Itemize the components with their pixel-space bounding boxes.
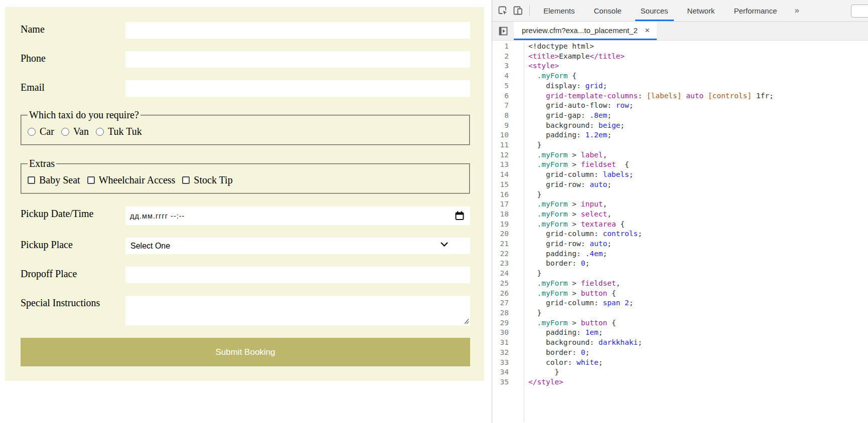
more-tabs-button[interactable]: » [795,6,799,16]
checkbox-option-wheelchair-access[interactable]: Wheelchair Access [87,174,176,186]
checkbox-icon[interactable] [28,176,35,184]
line-number[interactable]: 19 [492,220,509,230]
taxi-options-row: CarVanTuk Tuk [28,126,463,137]
inspect-element-button[interactable] [495,3,510,18]
special-instructions-textarea[interactable] [125,296,470,325]
radio-option-van[interactable]: Van [61,126,89,137]
rendered-page: Name Phone Email Which taxi do you requi… [0,0,492,423]
line-number[interactable]: 24 [492,269,509,279]
code-line: padding: 1.2em; [528,130,774,140]
line-number[interactable]: 32 [492,348,509,358]
radio-option-tuk-tuk[interactable]: Tuk Tuk [96,126,142,137]
code-editor[interactable]: 1234567891011121314151617181920212223242… [492,41,868,422]
line-number[interactable]: 9 [492,121,509,131]
devtools-tab-console[interactable]: Console [585,0,631,21]
line-number[interactable]: 2 [492,52,509,62]
radio-option-label: Van [73,126,89,137]
line-number[interactable]: 30 [492,328,509,338]
email-input[interactable] [125,80,470,97]
line-number[interactable]: 26 [492,289,509,299]
pickup-datetime-label: Pickup Date/Time [21,206,125,225]
show-navigator-button[interactable] [492,22,514,40]
close-tab-icon[interactable]: × [645,26,650,35]
submit-booking-button[interactable]: Submit Booking [21,338,470,366]
radio-icon[interactable] [61,128,69,136]
line-number[interactable]: 25 [492,279,509,289]
line-number[interactable]: 18 [492,209,509,220]
code-line: padding: 1em; [528,328,774,338]
line-number[interactable]: 6 [492,91,509,101]
name-input[interactable] [125,22,470,39]
calendar-icon[interactable] [455,211,464,221]
code-line: padding: .4em; [528,249,774,259]
line-number[interactable]: 33 [492,358,509,368]
line-number[interactable]: 31 [492,338,509,348]
code-line: border: 0; [528,348,774,358]
code-lines: <!doctype html><title>Example</title><st… [524,42,774,422]
line-number[interactable]: 13 [492,160,509,170]
line-number-gutter: 1234567891011121314151617181920212223242… [492,42,524,422]
line-number[interactable]: 14 [492,170,509,180]
pickup-place-select[interactable]: Select One [125,238,470,254]
code-line: display: grid; [528,81,774,91]
line-number[interactable]: 17 [492,199,509,209]
code-line: .myForm > fieldset { [528,160,774,170]
resize-handle-icon[interactable] [463,318,469,324]
pickup-place-selected-value: Select One [130,242,170,251]
line-number[interactable]: 21 [492,239,509,249]
code-line: grid-column: labels; [528,170,774,180]
code-line: .myForm { [528,71,774,81]
line-number[interactable]: 10 [492,130,509,140]
radio-icon[interactable] [28,128,36,136]
checkbox-option-baby-seat[interactable]: Baby Seat [28,174,80,186]
line-number[interactable]: 15 [492,180,509,190]
line-number[interactable]: 1 [492,42,509,52]
code-line: grid-row: auto; [528,239,774,249]
file-tab-title: preview.cfm?exa...to_placement_2 [522,26,638,35]
code-line: background: beige; [528,121,774,131]
code-line: } [528,140,774,150]
code-line: .myForm > button { [528,318,774,328]
devtools-tab-network[interactable]: Network [678,0,725,21]
line-number[interactable]: 5 [492,81,509,91]
radio-option-car[interactable]: Car [28,126,54,137]
line-number[interactable]: 3 [492,61,509,71]
line-number[interactable]: 7 [492,101,509,111]
phone-input[interactable] [125,51,470,68]
line-number[interactable]: 22 [492,249,509,259]
line-number[interactable]: 16 [492,190,509,200]
device-toolbar-icon [513,6,523,16]
device-toolbar-button[interactable] [510,3,525,18]
line-number[interactable]: 23 [492,259,509,269]
dropoff-place-input[interactable] [125,267,470,283]
devtools-panel: ElementsConsoleSourcesNetworkPerformance… [492,0,868,423]
devtools-tab-bar: ElementsConsoleSourcesNetworkPerformance [534,0,787,21]
line-number[interactable]: 12 [492,150,509,160]
devtools-tab-elements[interactable]: Elements [534,0,585,21]
line-number[interactable]: 35 [492,377,509,387]
devtools-tab-sources[interactable]: Sources [631,0,678,21]
checkbox-icon[interactable] [182,176,190,184]
line-number[interactable]: 4 [492,71,509,81]
checkbox-icon[interactable] [87,176,95,184]
code-line: .myForm > select, [528,209,774,220]
line-number[interactable]: 34 [492,367,509,377]
code-line: <!doctype html> [528,42,774,52]
line-number[interactable]: 20 [492,229,509,239]
line-number[interactable]: 11 [492,140,509,150]
line-number[interactable]: 28 [492,308,509,318]
pickup-datetime-input[interactable]: дд.мм.гггг --:-- [125,206,470,225]
code-line: grid-column: span 2; [528,298,774,308]
checkbox-option-stock-tip[interactable]: Stock Tip [182,174,232,186]
line-number[interactable]: 27 [492,298,509,308]
window-control-fragment [851,5,868,18]
extras-fieldset: Extras Baby SeatWheelchair AccessStock T… [21,158,470,194]
radio-icon[interactable] [96,128,104,136]
code-line: border: 0; [528,259,774,269]
code-line: <title>Example</title> [528,52,774,62]
file-tab-preview-cfm[interactable]: preview.cfm?exa...to_placement_2 × [514,22,657,40]
devtools-tab-performance[interactable]: Performance [725,0,787,21]
taxi-booking-form: Name Phone Email Which taxi do you requi… [5,7,484,381]
line-number[interactable]: 29 [492,318,509,328]
line-number[interactable]: 8 [492,111,509,121]
